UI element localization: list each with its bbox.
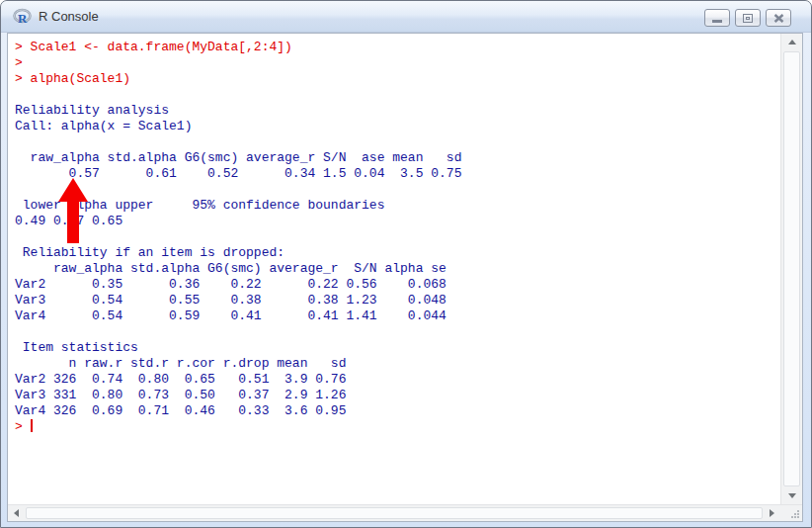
console-line: Var3 0.54 0.55 0.38 0.38 1.23 0.048 — [15, 293, 780, 308]
scroll-up-button[interactable] — [781, 34, 802, 50]
console-line: > — [15, 55, 780, 71]
restore-button[interactable] — [735, 9, 761, 27]
r-console-window: R R Console > Scale1 <- data.frame(MyDat… — [0, 0, 812, 528]
console-line — [15, 324, 780, 340]
console-line: Var2 326 0.74 0.80 0.65 0.51 3.9 0.76 — [15, 372, 780, 388]
close-icon — [773, 14, 784, 23]
console-line: > Scale1 <- data.frame(MyData[,2:4]) — [15, 40, 780, 55]
minimize-icon — [712, 20, 722, 23]
r-logo-icon: R — [13, 8, 33, 26]
title-bar[interactable]: R R Console — [1, 1, 811, 33]
console-text-area[interactable]: > Scale1 <- data.frame(MyData[,2:4])>> a… — [8, 34, 780, 504]
vertical-scrollbar[interactable] — [780, 34, 802, 504]
arrow-left-icon — [14, 509, 19, 517]
scroll-down-button[interactable] — [781, 487, 802, 504]
console-line: Var4 326 0.69 0.71 0.46 0.33 3.6 0.95 — [15, 403, 780, 419]
horizontal-scrollbar[interactable] — [8, 505, 780, 521]
console-line: Call: alpha(x = Scale1) — [15, 119, 780, 134]
console-line: raw_alpha std.alpha G6(smc) average_r S/… — [15, 150, 780, 166]
window-controls — [704, 9, 791, 27]
minimize-button[interactable] — [704, 9, 730, 27]
restore-icon — [743, 14, 753, 23]
console-line: Item statistics — [15, 340, 780, 356]
arrow-down-icon — [788, 493, 796, 498]
console-line — [15, 182, 780, 198]
console-text: > Scale1 <- data.frame(MyData[,2:4])>> a… — [15, 40, 780, 435]
console-line: > — [15, 419, 780, 435]
console-line: 0.49 0.57 0.65 — [15, 214, 780, 229]
console-line: Reliability if an item is dropped: — [15, 245, 780, 261]
arrow-up-icon — [788, 40, 796, 44]
resize-grip[interactable] — [780, 505, 802, 521]
text-cursor — [31, 419, 33, 432]
console-line: Reliability analysis — [15, 103, 780, 119]
svg-text:R: R — [18, 11, 28, 26]
console-line: Var2 0.35 0.36 0.22 0.22 0.56 0.068 — [15, 277, 780, 293]
console-line: Var4 0.54 0.59 0.41 0.41 1.41 0.044 — [15, 308, 780, 324]
scroll-right-button[interactable] — [764, 505, 780, 521]
console-line: > alpha(Scale1) — [15, 71, 780, 87]
console-line: raw_alpha std.alpha G6(smc) average_r S/… — [15, 261, 780, 277]
console-line: n raw.r std.r r.cor r.drop mean sd — [15, 356, 780, 372]
console-line: 0.57 0.61 0.52 0.34 1.5 0.04 3.5 0.75 — [15, 166, 780, 182]
console-line — [15, 87, 780, 103]
console-line: Var3 331 0.80 0.73 0.50 0.37 2.9 1.26 — [15, 388, 780, 403]
console-line: lower alpha upper 95% confidence boundar… — [15, 198, 780, 214]
console-line — [15, 229, 780, 245]
resize-grip-icon — [790, 509, 800, 519]
arrow-right-icon — [770, 509, 774, 517]
console-line — [15, 134, 780, 150]
console-client-area: > Scale1 <- data.frame(MyData[,2:4])>> a… — [7, 33, 803, 522]
window-title: R Console — [39, 9, 99, 24]
close-button[interactable] — [766, 9, 791, 27]
horizontal-scrollbar-thumb[interactable] — [26, 507, 763, 519]
scroll-left-button[interactable] — [8, 505, 25, 521]
vertical-scrollbar-thumb[interactable] — [783, 51, 800, 486]
